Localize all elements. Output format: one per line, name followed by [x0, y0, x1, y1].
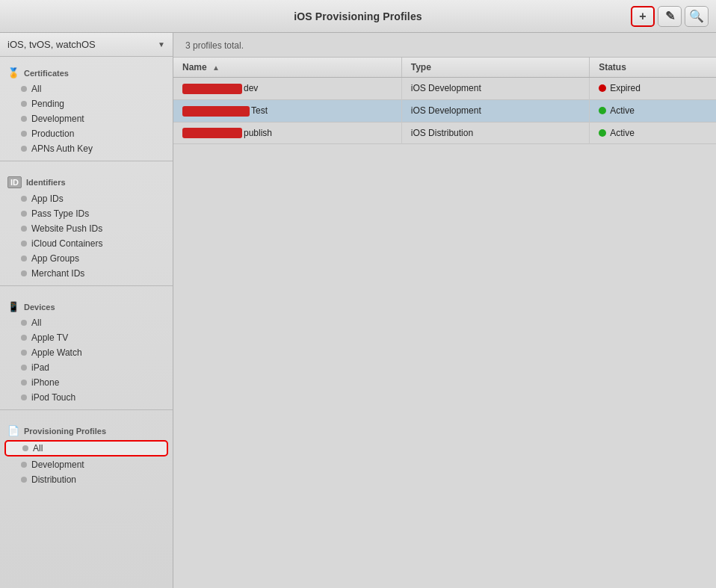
sidebar-item-label: Website Push IDs — [31, 223, 102, 234]
status-text: Expired — [610, 83, 641, 93]
sidebar-item-label: Apple Watch — [31, 347, 82, 358]
platform-selector-arrow: ▼ — [158, 40, 165, 49]
table-container: Name ▲ Type Status deviOS DevelopmentExp… — [173, 58, 716, 588]
dot-icon — [21, 211, 27, 217]
sidebar-item-label: Merchant IDs — [31, 268, 84, 279]
col-header-name[interactable]: Name ▲ — [173, 58, 401, 78]
sidebar-section-certificates: 🏅 Certificates All Pending Development P… — [0, 57, 173, 156]
dot-icon — [21, 146, 27, 152]
sidebar-item-devices-apple-watch[interactable]: Apple Watch — [0, 345, 173, 360]
dot-icon — [21, 394, 27, 400]
sidebar-item-certificates-apns[interactable]: APNs Auth Key — [0, 141, 173, 156]
name-suffix: dev — [244, 83, 258, 93]
sidebar-item-certificates-all[interactable]: All — [0, 81, 173, 96]
sidebar-item-label: APNs Auth Key — [31, 143, 93, 154]
sidebar-item-provisioning-development[interactable]: Development — [0, 457, 173, 472]
platform-selector[interactable]: iOS, tvOS, watchOS ▼ — [0, 33, 173, 57]
devices-header: 📱 Devices — [0, 298, 173, 315]
dot-icon — [21, 380, 27, 386]
table-header-row: Name ▲ Type Status — [173, 58, 716, 78]
table-row[interactable]: publishiOS DistributionActive — [173, 122, 716, 144]
sidebar-section-provisioning: 📄 Provisioning Profiles All Development … — [0, 415, 173, 487]
sidebar-item-merchant-ids[interactable]: Merchant IDs — [0, 266, 173, 281]
sidebar-item-label: All — [33, 443, 43, 454]
identifiers-label: Identifiers — [26, 178, 66, 187]
col-header-status-label: Status — [599, 62, 626, 72]
sidebar-section-devices: 📱 Devices All Apple TV Apple Watch iPad — [0, 291, 173, 405]
cell-type: iOS Development — [401, 78, 589, 100]
dot-icon — [21, 462, 27, 468]
name-suffix: Test — [251, 105, 268, 116]
table-row[interactable]: deviOS DevelopmentExpired — [173, 78, 716, 100]
sidebar-item-certificates-production[interactable]: Production — [0, 126, 173, 141]
active-status-dot — [599, 107, 606, 114]
dot-icon — [21, 270, 27, 276]
sidebar-item-label: Pass Type IDs — [31, 208, 89, 219]
col-header-type[interactable]: Type — [401, 58, 589, 78]
divider-1 — [0, 161, 173, 161]
sidebar-item-devices-apple-tv[interactable]: Apple TV — [0, 330, 173, 345]
edit-button[interactable]: ✎ — [658, 6, 682, 27]
devices-icon: 📱 — [7, 301, 19, 312]
certificates-header: 🏅 Certificates — [0, 64, 173, 81]
redacted-text — [182, 84, 242, 94]
dot-icon — [21, 477, 27, 483]
col-header-name-label: Name — [182, 62, 207, 72]
sidebar-item-label: App IDs — [31, 194, 64, 204]
cell-name: Test — [173, 99, 401, 122]
sidebar-item-devices-ipod-touch[interactable]: iPod Touch — [0, 390, 173, 405]
sidebar-item-certificates-pending[interactable]: Pending — [0, 96, 173, 111]
dot-icon — [21, 196, 27, 202]
dot-icon — [21, 86, 27, 92]
sidebar-item-label: iCloud Containers — [31, 238, 102, 249]
cell-type: iOS Development — [401, 99, 589, 122]
search-button[interactable]: 🔍 — [685, 6, 709, 27]
add-button[interactable]: + — [631, 6, 655, 27]
sidebar-item-provisioning-all[interactable]: All — [4, 440, 168, 457]
col-header-status[interactable]: Status — [590, 58, 716, 78]
table-row[interactable]: TestiOS DevelopmentActive — [173, 99, 716, 122]
sidebar-item-devices-ipad[interactable]: iPad — [0, 360, 173, 375]
cell-status: Active — [590, 122, 716, 144]
cell-status: Active — [590, 99, 716, 122]
content-area: 3 profiles total. Name ▲ Type Status — [173, 33, 716, 588]
sidebar-item-icloud-containers[interactable]: iCloud Containers — [0, 236, 173, 251]
sidebar-item-devices-all[interactable]: All — [0, 315, 173, 330]
sidebar: iOS, tvOS, watchOS ▼ 🏅 Certificates All … — [0, 33, 173, 588]
identifiers-header: ID Identifiers — [0, 173, 173, 191]
sidebar-item-provisioning-distribution[interactable]: Distribution — [0, 472, 173, 487]
status-text: Active — [610, 128, 635, 138]
sidebar-item-website-push-ids[interactable]: Website Push IDs — [0, 221, 173, 236]
status-text: Active — [610, 105, 635, 116]
sidebar-item-certificates-development[interactable]: Development — [0, 111, 173, 126]
sidebar-item-app-ids[interactable]: App IDs — [0, 191, 173, 206]
col-header-type-label: Type — [411, 62, 431, 72]
name-suffix: publish — [244, 128, 272, 138]
sidebar-item-label: All — [31, 84, 41, 94]
profiles-table: Name ▲ Type Status deviOS DevelopmentExp… — [173, 58, 716, 144]
dot-icon — [21, 116, 27, 122]
sidebar-item-label: Distribution — [31, 474, 76, 485]
status-indicator: Active — [599, 105, 707, 116]
sidebar-item-label: iPad — [31, 362, 49, 373]
dot-icon — [22, 445, 28, 451]
expired-status-dot — [599, 84, 606, 92]
cell-type: iOS Distribution — [401, 122, 589, 144]
sidebar-item-label: Development — [31, 114, 84, 124]
status-indicator: Expired — [599, 83, 707, 93]
sidebar-item-pass-type-ids[interactable]: Pass Type IDs — [0, 206, 173, 221]
sidebar-item-label: Pending — [31, 99, 64, 109]
sidebar-item-label: All — [31, 318, 41, 328]
divider-3 — [0, 409, 173, 410]
sort-asc-icon: ▲ — [212, 64, 220, 72]
profile-count: 3 profiles total. — [185, 40, 244, 51]
sidebar-item-devices-iphone[interactable]: iPhone — [0, 375, 173, 390]
platform-selector-label: iOS, tvOS, watchOS — [7, 39, 96, 50]
identifiers-icon: ID — [7, 176, 22, 188]
sidebar-item-app-groups[interactable]: App Groups — [0, 251, 173, 266]
sidebar-item-label: App Groups — [31, 253, 79, 264]
dot-icon — [21, 241, 27, 247]
status-indicator: Active — [599, 128, 707, 138]
dot-icon — [21, 226, 27, 232]
provisioning-icon: 📄 — [7, 425, 19, 436]
